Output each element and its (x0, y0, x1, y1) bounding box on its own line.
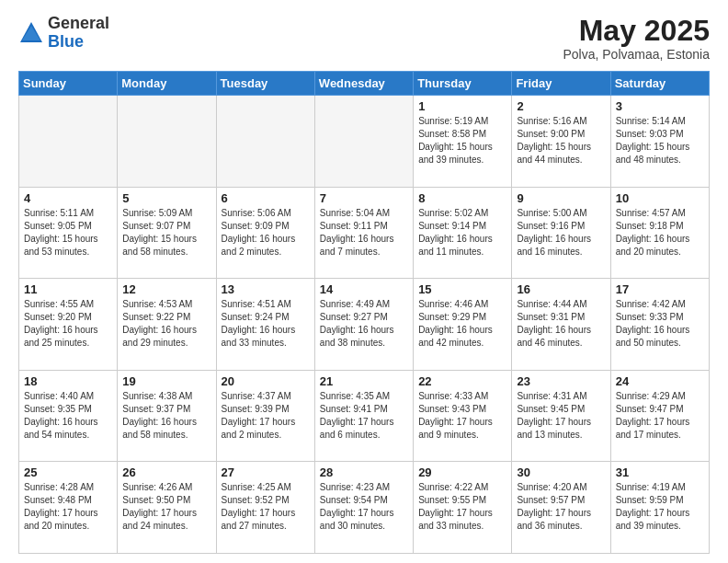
day-cell-21: 21Sunrise: 4:35 AMSunset: 9:41 PMDayligh… (314, 370, 413, 462)
day-info: Sunrise: 5:00 AMSunset: 9:16 PMDaylight:… (517, 207, 605, 259)
day-info: Sunrise: 4:38 AMSunset: 9:37 PMDaylight:… (122, 390, 210, 442)
day-cell-29: 29Sunrise: 4:22 AMSunset: 9:55 PMDayligh… (414, 462, 512, 554)
day-info: Sunrise: 4:46 AMSunset: 9:29 PMDaylight:… (418, 298, 506, 350)
logo-icon (18, 20, 44, 46)
day-number: 20 (222, 374, 310, 388)
day-info: Sunrise: 4:26 AMSunset: 9:50 PMDaylight:… (122, 481, 210, 533)
day-number: 12 (122, 282, 210, 296)
month-title: May 2025 (563, 15, 710, 47)
day-cell-18: 18Sunrise: 4:40 AMSunset: 9:35 PMDayligh… (19, 370, 118, 462)
day-cell-1: 1Sunrise: 5:19 AMSunset: 8:58 PMDaylight… (414, 96, 512, 188)
day-number: 28 (320, 465, 408, 479)
day-number: 25 (24, 465, 112, 479)
day-number: 18 (24, 374, 112, 388)
day-number: 6 (222, 191, 310, 205)
day-cell-4: 4Sunrise: 5:11 AMSunset: 9:05 PMDaylight… (19, 187, 118, 279)
day-cell-9: 9Sunrise: 5:00 AMSunset: 9:16 PMDaylight… (512, 187, 610, 279)
week-row-3: 11Sunrise: 4:55 AMSunset: 9:20 PMDayligh… (19, 279, 710, 371)
day-cell-27: 27Sunrise: 4:25 AMSunset: 9:52 PMDayligh… (216, 462, 314, 554)
logo-blue: Blue (48, 33, 109, 52)
title-section: May 2025 Polva, Polvamaa, Estonia (563, 15, 710, 62)
day-number: 14 (320, 282, 408, 296)
day-info: Sunrise: 5:14 AMSunset: 9:03 PMDaylight:… (616, 115, 704, 167)
day-cell-25: 25Sunrise: 4:28 AMSunset: 9:48 PMDayligh… (19, 462, 118, 554)
day-cell-3: 3Sunrise: 5:14 AMSunset: 9:03 PMDaylight… (610, 96, 709, 188)
weekday-header-saturday: Saturday (610, 72, 709, 96)
svg-marker-1 (22, 26, 40, 40)
day-number: 7 (320, 191, 408, 205)
day-info: Sunrise: 4:23 AMSunset: 9:54 PMDaylight:… (320, 481, 408, 533)
day-cell-20: 20Sunrise: 4:37 AMSunset: 9:39 PMDayligh… (216, 370, 314, 462)
day-number: 21 (320, 374, 408, 388)
week-row-1: 1Sunrise: 5:19 AMSunset: 8:58 PMDaylight… (19, 96, 710, 188)
logo-text: General Blue (48, 15, 109, 52)
day-number: 30 (517, 465, 605, 479)
day-cell-2: 2Sunrise: 5:16 AMSunset: 9:00 PMDaylight… (512, 96, 610, 188)
empty-cell (314, 96, 413, 188)
day-cell-15: 15Sunrise: 4:46 AMSunset: 9:29 PMDayligh… (414, 279, 512, 371)
weekday-header-sunday: Sunday (19, 72, 118, 96)
day-number: 11 (24, 282, 112, 296)
day-number: 22 (418, 374, 506, 388)
day-cell-14: 14Sunrise: 4:49 AMSunset: 9:27 PMDayligh… (314, 279, 413, 371)
weekday-header-tuesday: Tuesday (216, 72, 314, 96)
day-info: Sunrise: 5:11 AMSunset: 9:05 PMDaylight:… (24, 207, 112, 259)
page: General Blue May 2025 Polva, Polvamaa, E… (0, 0, 728, 563)
empty-cell (19, 96, 118, 188)
day-number: 8 (418, 191, 506, 205)
day-cell-12: 12Sunrise: 4:53 AMSunset: 9:22 PMDayligh… (118, 279, 216, 371)
day-cell-13: 13Sunrise: 4:51 AMSunset: 9:24 PMDayligh… (216, 279, 314, 371)
day-cell-5: 5Sunrise: 5:09 AMSunset: 9:07 PMDaylight… (118, 187, 216, 279)
day-cell-8: 8Sunrise: 5:02 AMSunset: 9:14 PMDaylight… (414, 187, 512, 279)
day-info: Sunrise: 5:06 AMSunset: 9:09 PMDaylight:… (222, 207, 310, 259)
day-cell-7: 7Sunrise: 5:04 AMSunset: 9:11 PMDaylight… (314, 187, 413, 279)
weekday-header-row: SundayMondayTuesdayWednesdayThursdayFrid… (19, 72, 710, 96)
calendar-table: SundayMondayTuesdayWednesdayThursdayFrid… (18, 71, 710, 554)
day-number: 9 (517, 191, 605, 205)
location: Polva, Polvamaa, Estonia (563, 47, 710, 62)
header: General Blue May 2025 Polva, Polvamaa, E… (18, 15, 710, 62)
day-number: 16 (517, 282, 605, 296)
day-info: Sunrise: 4:25 AMSunset: 9:52 PMDaylight:… (222, 481, 310, 533)
day-info: Sunrise: 4:33 AMSunset: 9:43 PMDaylight:… (418, 390, 506, 442)
day-number: 5 (122, 191, 210, 205)
empty-cell (118, 96, 216, 188)
day-info: Sunrise: 4:22 AMSunset: 9:55 PMDaylight:… (418, 481, 506, 533)
day-info: Sunrise: 4:29 AMSunset: 9:47 PMDaylight:… (616, 390, 704, 442)
empty-cell (216, 96, 314, 188)
day-cell-30: 30Sunrise: 4:20 AMSunset: 9:57 PMDayligh… (512, 462, 610, 554)
day-info: Sunrise: 4:53 AMSunset: 9:22 PMDaylight:… (122, 298, 210, 350)
weekday-header-thursday: Thursday (414, 72, 512, 96)
logo: General Blue (18, 15, 109, 52)
day-number: 3 (616, 99, 704, 113)
day-cell-22: 22Sunrise: 4:33 AMSunset: 9:43 PMDayligh… (414, 370, 512, 462)
day-info: Sunrise: 4:40 AMSunset: 9:35 PMDaylight:… (24, 390, 112, 442)
day-info: Sunrise: 4:19 AMSunset: 9:59 PMDaylight:… (616, 481, 704, 533)
day-number: 1 (418, 99, 506, 113)
day-info: Sunrise: 5:09 AMSunset: 9:07 PMDaylight:… (122, 207, 210, 259)
day-info: Sunrise: 4:20 AMSunset: 9:57 PMDaylight:… (517, 481, 605, 533)
weekday-header-monday: Monday (118, 72, 216, 96)
day-info: Sunrise: 4:44 AMSunset: 9:31 PMDaylight:… (517, 298, 605, 350)
day-cell-10: 10Sunrise: 4:57 AMSunset: 9:18 PMDayligh… (610, 187, 709, 279)
day-cell-23: 23Sunrise: 4:31 AMSunset: 9:45 PMDayligh… (512, 370, 610, 462)
day-info: Sunrise: 5:19 AMSunset: 8:58 PMDaylight:… (418, 115, 506, 167)
week-row-4: 18Sunrise: 4:40 AMSunset: 9:35 PMDayligh… (19, 370, 710, 462)
day-cell-28: 28Sunrise: 4:23 AMSunset: 9:54 PMDayligh… (314, 462, 413, 554)
day-number: 27 (222, 465, 310, 479)
day-cell-26: 26Sunrise: 4:26 AMSunset: 9:50 PMDayligh… (118, 462, 216, 554)
day-number: 15 (418, 282, 506, 296)
day-info: Sunrise: 5:02 AMSunset: 9:14 PMDaylight:… (418, 207, 506, 259)
week-row-2: 4Sunrise: 5:11 AMSunset: 9:05 PMDaylight… (19, 187, 710, 279)
day-info: Sunrise: 4:42 AMSunset: 9:33 PMDaylight:… (616, 298, 704, 350)
weekday-header-wednesday: Wednesday (314, 72, 413, 96)
day-info: Sunrise: 4:51 AMSunset: 9:24 PMDaylight:… (222, 298, 310, 350)
day-number: 24 (616, 374, 704, 388)
day-info: Sunrise: 4:28 AMSunset: 9:48 PMDaylight:… (24, 481, 112, 533)
day-number: 2 (517, 99, 605, 113)
week-row-5: 25Sunrise: 4:28 AMSunset: 9:48 PMDayligh… (19, 462, 710, 554)
day-info: Sunrise: 4:49 AMSunset: 9:27 PMDaylight:… (320, 298, 408, 350)
day-number: 29 (418, 465, 506, 479)
logo-general: General (48, 15, 109, 33)
day-info: Sunrise: 5:16 AMSunset: 9:00 PMDaylight:… (517, 115, 605, 167)
